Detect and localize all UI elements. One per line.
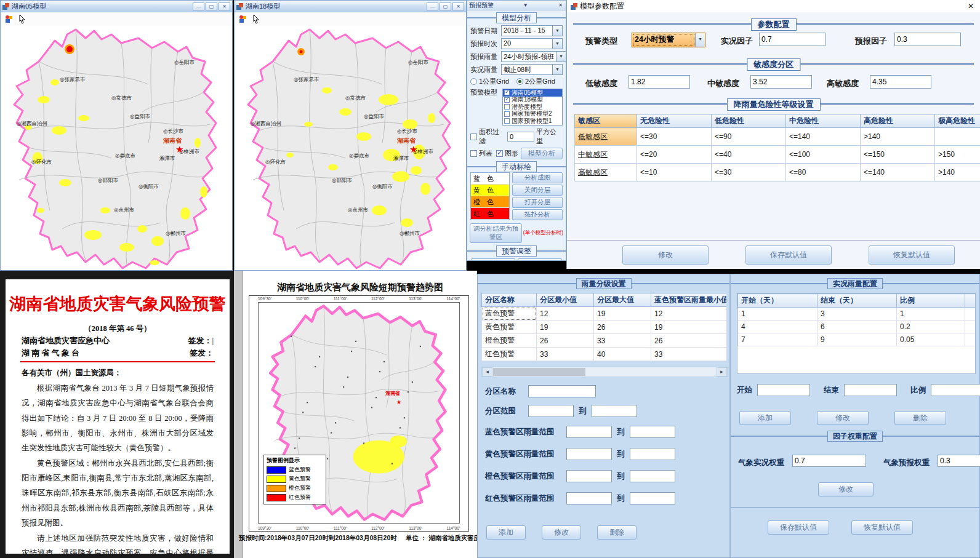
table-row[interactable]: 中敏感区<=20<=40<=100<=150>150 [575, 146, 980, 164]
rain-grading-table[interactable]: 分区名称分区最小值分区最大值蓝色预警区雨量最小值蓝色预警区雨量最大值蓝色预警12… [481, 293, 726, 361]
form-input[interactable] [566, 470, 612, 482]
radio-icon[interactable] [516, 78, 523, 85]
grading-hscrollbar[interactable]: ◄ ► [481, 367, 728, 377]
minimize-button[interactable]: — [193, 2, 204, 10]
manual-plot-button[interactable]: 打开分层 [512, 197, 563, 208]
grid-option[interactable]: 2公里Grid [516, 77, 563, 86]
form-input[interactable] [844, 384, 897, 396]
manual-plot-button[interactable]: 关闭分层 [512, 185, 563, 196]
default-value-button[interactable]: 保存默认值 [768, 520, 829, 535]
form-input[interactable] [592, 405, 637, 417]
warning-type-combo[interactable]: 24小时预警 ▼ [632, 33, 705, 47]
layers-icon[interactable] [4, 14, 14, 24]
table-row[interactable]: 高敏感区<=10<=30<=80<=140>140 [575, 164, 980, 181]
model-analyze-button[interactable]: 模型分析 [521, 148, 563, 159]
form-input[interactable] [566, 492, 612, 504]
field-combo[interactable]: 截止08时▼ [501, 64, 563, 75]
hazard-level-table[interactable]: 敏感区无危险性低危险性中危险性高危险性极高危险性低敏感区<=30<=90<=14… [574, 114, 980, 181]
grading-button[interactable]: 删除 [597, 525, 637, 540]
chevron-down-icon[interactable]: ▼ [552, 26, 562, 36]
scroll-thumb[interactable] [493, 368, 585, 376]
model-checkbox[interactable] [504, 118, 510, 124]
form-input[interactable] [528, 405, 574, 417]
area-filter-checkbox[interactable] [470, 134, 477, 140]
dialog-titlebar[interactable]: 模型参数配置 ✕ [567, 0, 980, 12]
color-level-list[interactable]: 蓝 色黄 色橙 色红 色 [470, 172, 510, 220]
table-row[interactable]: 蓝色预警12191215 [482, 307, 727, 321]
color-level-item[interactable]: 红 色 [471, 208, 509, 220]
color-level-item[interactable]: 蓝 色 [471, 173, 509, 185]
low-sensitivity-input[interactable] [629, 75, 690, 89]
high-sensitivity-input[interactable] [870, 75, 931, 89]
actual-weight-input[interactable] [792, 455, 866, 467]
warning-adjust-button[interactable]: 行政裁剪 [471, 258, 515, 261]
grid-option[interactable]: 1公里Grid [470, 77, 516, 86]
dialog-button[interactable]: 恢复默认值 [869, 245, 955, 265]
weight-modify-button[interactable]: 修改 [818, 482, 874, 496]
model-checkbox[interactable] [504, 97, 510, 103]
select-cursor-icon[interactable] [17, 14, 27, 24]
scroll-right-arrow[interactable]: ► [717, 367, 727, 377]
trend-map-canvas[interactable]: 湖南省★ 预警图例显示 蓝色预警黄色预警橙色预警红色预警 [258, 302, 460, 524]
chevron-down-icon[interactable]: ▼ [552, 65, 562, 74]
form-input[interactable] [630, 470, 675, 482]
manual-plot-button[interactable]: 分析成图 [512, 172, 563, 183]
scroll-left-arrow[interactable]: ◄ [482, 367, 492, 377]
table-row[interactable]: 460.2 [738, 321, 976, 333]
actual-button[interactable]: 删除 [894, 411, 946, 425]
actual-rain-table[interactable]: 开始（天）结束（天）比例 131 460.2 790.05 [737, 293, 976, 346]
chevron-down-icon[interactable]: ▼ [695, 33, 705, 47]
warning-adjust-button[interactable]: 修改预警区 [518, 258, 562, 261]
actual-button[interactable]: 修改 [817, 411, 869, 425]
form-input[interactable] [931, 384, 980, 396]
field-combo[interactable]: 2018 - 11 - 15▼ [501, 25, 563, 36]
table-row[interactable]: 橙色预警26332629 [482, 334, 727, 348]
close-button[interactable]: ✕ [219, 2, 230, 10]
chevron-down-icon[interactable]: ▼ [552, 39, 562, 49]
color-level-item[interactable]: 橙 色 [471, 196, 509, 208]
radio-icon[interactable] [470, 78, 477, 85]
manual-plot-button[interactable]: 拓扑分析 [512, 209, 563, 220]
area-filter-input[interactable] [507, 132, 534, 141]
form-input[interactable] [566, 448, 612, 460]
grading-button[interactable]: 添加 [486, 525, 526, 540]
graph-checkbox[interactable] [496, 150, 503, 157]
layers-icon[interactable] [238, 14, 247, 24]
warning-model-list[interactable]: 湖南05模型湖南18模型潜势度模型国家预警模型2国家预警模型1 [502, 89, 563, 126]
actual-factor-input[interactable] [759, 33, 825, 46]
chevron-down-icon[interactable]: ▼ [556, 52, 566, 62]
dialog-button[interactable]: 保存默认值 [745, 245, 832, 265]
table-row[interactable]: 790.05 [738, 333, 976, 346]
model-checkbox[interactable] [504, 90, 510, 95]
model-checkbox[interactable] [504, 104, 510, 110]
close-button[interactable]: ✕ [452, 2, 464, 10]
close-icon[interactable]: ✕ [965, 2, 976, 10]
grading-button[interactable]: 修改 [542, 525, 581, 540]
form-input[interactable] [630, 426, 675, 438]
dialog-button[interactable]: 修改 [622, 245, 709, 265]
list-checkbox[interactable] [470, 150, 477, 157]
table-row[interactable]: 红色预警33403336 [482, 348, 727, 361]
forecast-factor-input[interactable] [894, 33, 961, 46]
form-input[interactable] [757, 384, 810, 396]
maximize-button[interactable]: ▢ [206, 2, 217, 10]
use-analysis-as-warning-button[interactable]: 调分析结果为预警区 [470, 223, 522, 243]
table-row[interactable]: 低敏感区<=30<=90<=140>140 [575, 128, 980, 146]
maximize-button[interactable]: ▢ [440, 2, 451, 10]
window-titlebar[interactable]: 湖南05模型 — ▢ ✕ [1, 1, 232, 12]
window-edge-strip[interactable] [234, 271, 243, 558]
window-titlebar[interactable]: 湖南18模型 — ▢ ✕ [235, 1, 466, 12]
pin-icon[interactable]: ▼ [522, 2, 529, 8]
color-level-item[interactable]: 黄 色 [471, 185, 509, 196]
select-cursor-icon[interactable] [251, 14, 261, 24]
map-canvas-18[interactable]: ◎岳阳市◎张家界市◎常德市◎益阳市◎湘西自治州◎长沙市◎株洲市湘潭市◎娄底市◎怀… [235, 26, 466, 270]
model-checkbox[interactable] [504, 111, 510, 117]
form-input[interactable] [566, 426, 612, 438]
mid-sensitivity-input[interactable] [750, 75, 812, 89]
tab-model-analysis[interactable]: 模型分析 [496, 12, 537, 23]
map-canvas-05[interactable]: ◎岳阳市◎张家界市◎常德市◎益阳市◎湘西自治州◎长沙市◎株洲市湘潭市◎娄底市◎怀… [1, 26, 232, 270]
form-input[interactable] [528, 385, 596, 397]
actual-button[interactable]: 添加 [739, 411, 791, 425]
field-combo[interactable]: 20▼ [501, 38, 563, 49]
model-list-item[interactable]: 国家预警模型1 [503, 118, 562, 125]
